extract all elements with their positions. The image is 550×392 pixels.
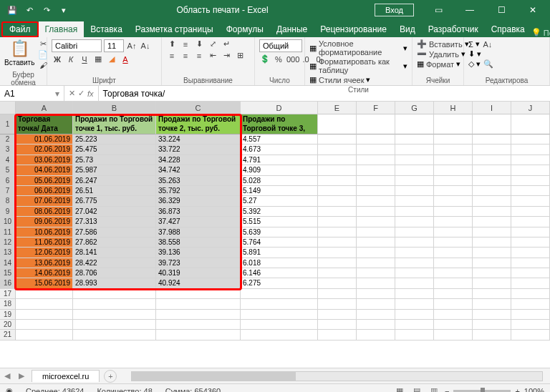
- cell[interactable]: [511, 268, 550, 278]
- cell[interactable]: [395, 227, 434, 237]
- cell[interactable]: [318, 217, 357, 227]
- cell[interactable]: [473, 114, 511, 134]
- cell[interactable]: [473, 144, 511, 155]
- cell[interactable]: [156, 320, 241, 330]
- zoom-out-button[interactable]: −: [445, 387, 449, 393]
- row-header[interactable]: 3: [0, 144, 16, 155]
- cell[interactable]: [357, 217, 395, 227]
- cell[interactable]: 15.06.2019: [16, 278, 73, 288]
- cell[interactable]: [511, 176, 550, 186]
- cell[interactable]: [318, 165, 357, 175]
- cell[interactable]: 4.791: [241, 155, 318, 165]
- increase-font-icon[interactable]: A↑: [126, 41, 138, 50]
- cell[interactable]: [318, 268, 357, 278]
- cell[interactable]: 36.329: [156, 196, 241, 206]
- cell[interactable]: [395, 330, 434, 340]
- cell[interactable]: 25.987: [73, 165, 156, 175]
- cell[interactable]: 26.775: [73, 196, 156, 206]
- underline-icon[interactable]: Ч: [79, 55, 90, 64]
- cell[interactable]: 4.909: [241, 165, 318, 175]
- cell[interactable]: 12.06.2019: [16, 248, 73, 258]
- cell[interactable]: 27.313: [73, 217, 156, 227]
- cell[interactable]: 40.319: [156, 268, 241, 278]
- cell[interactable]: 28.993: [73, 278, 156, 288]
- cell[interactable]: [434, 310, 473, 320]
- cell[interactable]: [357, 186, 395, 196]
- cell[interactable]: [395, 289, 434, 299]
- cell[interactable]: [511, 144, 550, 155]
- font-color-icon[interactable]: A: [120, 55, 131, 64]
- cell[interactable]: 27.042: [73, 207, 156, 217]
- currency-icon[interactable]: 💲: [259, 54, 271, 64]
- cell[interactable]: [156, 330, 241, 340]
- cell[interactable]: [395, 248, 434, 258]
- cell[interactable]: [318, 207, 357, 217]
- cell[interactable]: [357, 278, 395, 288]
- cell[interactable]: [395, 310, 434, 320]
- cell[interactable]: [473, 258, 511, 268]
- wrap-text-icon[interactable]: ↵: [221, 39, 232, 49]
- cell[interactable]: 5.27: [241, 196, 318, 206]
- cell[interactable]: 39.136: [156, 248, 241, 258]
- cell[interactable]: [511, 299, 550, 309]
- cell[interactable]: [16, 320, 73, 330]
- select-all-button[interactable]: [0, 102, 16, 114]
- cell[interactable]: [473, 176, 511, 186]
- fx-icon[interactable]: fx: [87, 89, 94, 98]
- row-header[interactable]: 5: [0, 165, 16, 175]
- cell[interactable]: [473, 186, 511, 196]
- col-header[interactable]: C: [156, 102, 241, 114]
- cell[interactable]: 28.141: [73, 248, 156, 258]
- tab-data[interactable]: Данные: [270, 21, 314, 37]
- cell[interactable]: 36.873: [156, 207, 241, 217]
- cell[interactable]: Торговая точка/ Дата: [16, 114, 73, 134]
- cell[interactable]: [434, 227, 473, 237]
- col-header[interactable]: E: [318, 102, 357, 114]
- cell[interactable]: 5.028: [241, 176, 318, 186]
- cell[interactable]: [395, 299, 434, 309]
- cell[interactable]: 5.515: [241, 217, 318, 227]
- cell[interactable]: 25.73: [73, 155, 156, 165]
- cell[interactable]: [395, 186, 434, 196]
- cell[interactable]: [318, 278, 357, 288]
- cell[interactable]: [511, 155, 550, 165]
- merge-icon[interactable]: ⊞: [234, 51, 246, 60]
- cell[interactable]: [357, 144, 395, 155]
- cell[interactable]: 37.427: [156, 217, 241, 227]
- cell[interactable]: 38.558: [156, 237, 241, 248]
- cell[interactable]: [395, 207, 434, 217]
- cell[interactable]: 5.149: [241, 186, 318, 196]
- cell[interactable]: [434, 268, 473, 278]
- cell[interactable]: [434, 278, 473, 288]
- cell[interactable]: [395, 196, 434, 206]
- cell[interactable]: [473, 237, 511, 248]
- paste-button[interactable]: 📋 Вставить: [4, 39, 34, 67]
- cell[interactable]: [318, 227, 357, 237]
- tab-help[interactable]: Справка: [485, 21, 531, 37]
- tab-home[interactable]: Главная: [39, 21, 85, 37]
- cell[interactable]: [318, 237, 357, 248]
- cell[interactable]: [395, 320, 434, 330]
- cell[interactable]: 11.06.2019: [16, 237, 73, 248]
- align-top-icon[interactable]: ⬆: [166, 39, 178, 49]
- border-icon[interactable]: ▦: [92, 54, 104, 64]
- cell[interactable]: [318, 248, 357, 258]
- col-header[interactable]: B: [73, 102, 156, 114]
- cell[interactable]: [434, 176, 473, 186]
- cell[interactable]: [357, 134, 395, 144]
- cell[interactable]: [395, 237, 434, 248]
- sort-filter-icon[interactable]: A↓: [482, 40, 493, 49]
- align-center-icon[interactable]: ≡: [180, 52, 191, 60]
- cell[interactable]: 25.475: [73, 144, 156, 155]
- zoom-in-button[interactable]: +: [515, 387, 519, 393]
- col-header[interactable]: I: [473, 102, 511, 114]
- tab-page-layout[interactable]: Разметка страницы: [129, 21, 220, 37]
- font-name-combo[interactable]: Calibri: [52, 39, 102, 52]
- cell[interactable]: [473, 155, 511, 165]
- row-header[interactable]: 8: [0, 196, 16, 206]
- qat-dropdown-icon[interactable]: ▾: [57, 6, 70, 15]
- cell[interactable]: [318, 258, 357, 268]
- cell[interactable]: [511, 227, 550, 237]
- cell[interactable]: [16, 310, 73, 320]
- cell[interactable]: [318, 134, 357, 144]
